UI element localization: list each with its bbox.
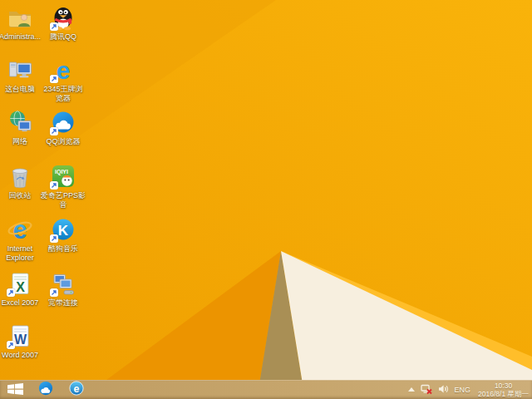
start-button[interactable] xyxy=(2,381,28,399)
language-indicator[interactable]: ENG xyxy=(455,386,471,394)
desktop-icon-internet-explorer[interactable]: e Internet Explorer xyxy=(1,216,39,263)
desktop-icon-2345-browser[interactable]: e 2345王牌浏览器 xyxy=(44,57,82,103)
volume-button[interactable] xyxy=(438,384,449,396)
desktop-icon-kugou-music[interactable]: K 酷狗音乐 xyxy=(44,216,82,254)
show-hidden-icons-button[interactable] xyxy=(408,386,415,394)
network-globe-icon xyxy=(7,109,33,135)
qq-browser-cloud-icon xyxy=(50,109,76,135)
taskbar-internet-explorer-button[interactable]: e xyxy=(66,381,86,399)
desktop-icon-label: Internet Explorer xyxy=(0,244,42,263)
word-icon: W xyxy=(7,323,33,349)
desktop-icon-label: QQ浏览器 xyxy=(46,137,80,146)
svg-text:W: W xyxy=(14,332,27,347)
shortcut-arrow-icon xyxy=(50,127,58,135)
shortcut-arrow-icon xyxy=(7,288,15,297)
desktop-icon-recycle-bin[interactable]: 回收站 xyxy=(1,163,39,200)
network-status-button[interactable] xyxy=(421,384,432,397)
tray-date: 2016/8/1 星期一 xyxy=(478,390,529,398)
internet-explorer-icon: e xyxy=(68,380,85,399)
svg-text:e: e xyxy=(57,57,71,83)
broadband-monitors-icon xyxy=(50,270,76,297)
tray-time: 10:30 xyxy=(478,382,529,390)
desktop-icon-label: 回收站 xyxy=(9,191,32,200)
svg-text:X: X xyxy=(16,280,25,294)
desktop-icon-administrator-files[interactable]: Administra... xyxy=(1,4,39,42)
svg-text:K: K xyxy=(58,223,69,239)
desktop-icon-label: 2345王牌浏览器 xyxy=(41,85,86,103)
shortcut-arrow-icon xyxy=(7,341,15,349)
desktop: Administra... 腾讯QQ xyxy=(0,0,532,399)
desktop-icon-label: Word 2007 xyxy=(2,351,38,360)
computer-icon xyxy=(7,57,33,83)
desktop-icon-iqiyi-pps[interactable]: iQIYI 爱奇艺PPS影音 xyxy=(44,163,82,209)
taskbar: e xyxy=(0,380,532,399)
desktop-icon-network[interactable]: 网络 xyxy=(1,109,39,146)
desktop-icon-label: 爱奇艺PPS影音 xyxy=(41,191,86,209)
desktop-icon-label: Administra... xyxy=(0,32,41,42)
desktop-icon-label: 这台电脑 xyxy=(5,85,35,94)
desktop-icon-qq-browser[interactable]: QQ浏览器 xyxy=(44,109,82,146)
speaker-icon xyxy=(438,384,449,396)
system-tray: ENG 10:30 2016/8/1 星期一 xyxy=(408,382,532,398)
excel-icon: X xyxy=(7,270,33,297)
svg-text:iQIYI: iQIYI xyxy=(55,169,68,175)
desktop-icon-word-2007[interactable]: W Word 2007 xyxy=(1,323,39,360)
qq-browser-icon xyxy=(37,380,54,399)
windows-logo-icon xyxy=(7,383,23,397)
desktop-icon-label: 网络 xyxy=(12,137,27,146)
qq-penguin-icon xyxy=(50,4,76,31)
clock[interactable]: 10:30 2016/8/1 星期一 xyxy=(476,382,529,398)
shortcut-arrow-icon xyxy=(50,234,58,243)
browser-e-icon: e xyxy=(50,57,76,83)
shortcut-arrow-icon xyxy=(50,75,58,83)
svg-text:e: e xyxy=(74,383,80,395)
recycle-bin-icon xyxy=(7,163,33,190)
iqiyi-icon: iQIYI xyxy=(50,163,76,190)
desktop-icon-broadband-connection[interactable]: 宽带连接 xyxy=(44,270,82,308)
desktop-icon-excel-2007[interactable]: X Excel 2007 xyxy=(1,270,39,308)
shortcut-arrow-icon xyxy=(50,181,58,190)
shortcut-arrow-icon xyxy=(50,288,58,297)
kugou-icon: K xyxy=(50,216,76,243)
desktop-icon-label: 宽带连接 xyxy=(48,298,78,308)
internet-explorer-icon: e xyxy=(7,216,33,243)
desktop-icon-label: 酷狗音乐 xyxy=(48,244,78,254)
svg-text:e: e xyxy=(12,216,27,243)
desktop-icon-this-pc[interactable]: 这台电脑 xyxy=(1,57,39,94)
folder-user-icon xyxy=(7,4,33,31)
network-disconnected-icon xyxy=(421,384,432,397)
desktop-icon-label: 腾讯QQ xyxy=(50,32,76,42)
taskbar-qq-browser-button[interactable] xyxy=(36,381,56,399)
shortcut-arrow-icon xyxy=(50,22,58,31)
desktop-icon-label: Excel 2007 xyxy=(2,298,39,308)
up-arrow-icon xyxy=(408,386,415,394)
desktop-icon-tencent-qq[interactable]: 腾讯QQ xyxy=(44,4,82,42)
